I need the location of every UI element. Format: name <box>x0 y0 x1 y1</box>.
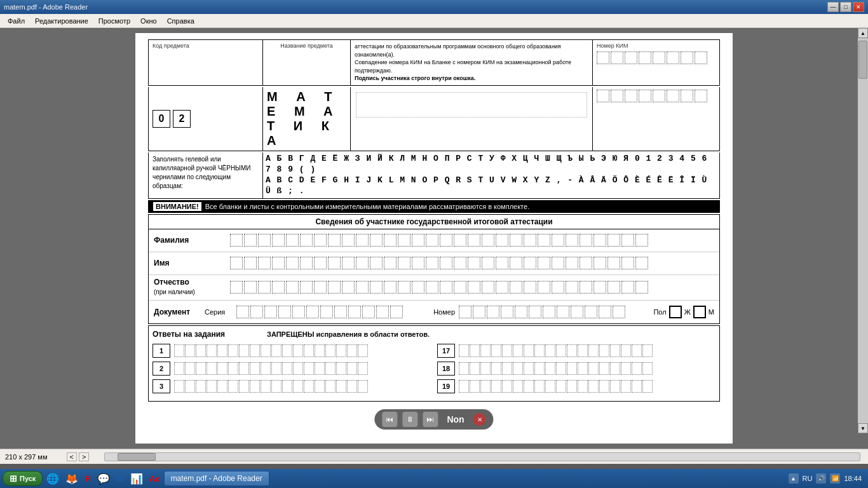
name-cell <box>356 281 369 294</box>
char-row-2: A B C D E F G H I J K L M N O P Q R S T … <box>266 175 717 197</box>
a-cell <box>315 380 325 393</box>
a-cell <box>524 344 534 357</box>
menu-edit[interactable]: Редактирование <box>30 16 93 26</box>
gender-zh-box[interactable] <box>669 306 682 318</box>
kim-cell <box>681 90 693 102</box>
doc-cell <box>236 306 249 318</box>
gender-m-box[interactable] <box>693 306 706 318</box>
taskbar-active-window[interactable]: matem.pdf - Adobe Reader <box>164 471 269 486</box>
name-cell <box>230 257 243 269</box>
doc-cell <box>529 306 541 318</box>
a-cell <box>545 344 555 357</box>
kim-cell <box>611 51 623 64</box>
a-cell <box>567 380 577 393</box>
document-label: Документ <box>154 308 205 316</box>
answer-col-right: 17 18 19 <box>437 344 715 397</box>
name-cell <box>593 234 606 247</box>
answer-item: 17 <box>437 344 715 358</box>
a-cell <box>358 344 368 357</box>
doc-cell <box>348 306 361 318</box>
name-cell <box>468 281 480 294</box>
name-cell <box>300 257 313 269</box>
a-cell <box>217 362 227 375</box>
a-cell <box>196 380 206 393</box>
otchestvo-label: Отчество(при наличии) <box>154 278 230 297</box>
media-next-button[interactable]: ⏭ <box>423 412 438 427</box>
taskbar-icon-browser[interactable]: 🦊 <box>63 471 81 486</box>
scroll-right-button[interactable]: > <box>79 452 89 461</box>
a-cell <box>513 380 523 393</box>
menu-file[interactable]: Файл <box>3 16 30 26</box>
a-cell <box>491 380 501 393</box>
a-cell <box>588 362 599 375</box>
scrollbar[interactable]: ▲ ▼ <box>858 28 868 433</box>
menu-view[interactable]: Просмотр <box>93 16 135 26</box>
answer-rows: 1 2 3 <box>153 344 715 397</box>
scroll-thumb[interactable] <box>858 41 867 79</box>
taskbar-icon-skype[interactable]: 💬 <box>95 471 112 486</box>
name-cell <box>566 281 578 294</box>
system-tray: ▲ RU 🔊 📶 18:44 <box>785 473 865 484</box>
sovpadenie-text: Совпадение номера КИМ на Бланке с номеро… <box>355 58 588 74</box>
name-cell <box>454 281 466 294</box>
taskbar-icon-word[interactable]: W <box>114 471 126 486</box>
scroll-down-button[interactable]: ▼ <box>858 423 868 433</box>
taskbar-icon-app1[interactable]: 📊 <box>128 471 146 486</box>
digit-0: 0 <box>153 110 170 128</box>
media-prev-button[interactable]: ⏮ <box>382 412 397 427</box>
taskbar-icon-yandex[interactable]: Я <box>82 471 93 486</box>
scroll-up-button[interactable]: ▲ <box>858 28 868 38</box>
name-cell <box>398 257 410 269</box>
close-button[interactable]: ✕ <box>853 2 864 12</box>
menu-window[interactable]: Окно <box>135 16 162 26</box>
a-cell <box>610 380 620 393</box>
tray-icon-1[interactable]: ▲ <box>789 473 799 484</box>
a-cell <box>502 362 512 375</box>
a-cell <box>261 344 271 357</box>
a-cell <box>470 362 480 375</box>
taskbar-icon-ie[interactable]: 🌐 <box>44 471 62 486</box>
name-cell <box>510 257 522 269</box>
kim-cell <box>639 51 651 64</box>
warning-bar: ВНИМАНИЕ! Все бланки и листы с контрольн… <box>148 200 720 213</box>
warning-label: ВНИМАНИЕ! <box>153 202 201 211</box>
a-cell <box>315 362 325 375</box>
kim-cell <box>653 51 665 64</box>
tray-icon-3[interactable]: 📶 <box>830 473 840 484</box>
name-cell <box>300 234 313 247</box>
tray-icon-2[interactable]: 🔊 <box>816 473 826 484</box>
answers-warning-bold: ЗАПРЕЩЕНЫ <box>267 330 315 338</box>
h-scrollbar-thumb[interactable] <box>118 453 156 461</box>
otchestvo-row: Отчество(при наличии) <box>149 275 719 301</box>
a-cell <box>207 380 217 393</box>
a-cell <box>228 344 238 357</box>
a-cell <box>502 380 512 393</box>
a-cell <box>459 362 469 375</box>
a-cell <box>610 344 620 357</box>
a-cell <box>239 362 249 375</box>
media-play-button[interactable]: ⏸ <box>402 412 417 427</box>
scroll-left-button[interactable]: < <box>67 452 77 461</box>
name-cell <box>258 257 271 269</box>
a-cell <box>196 344 206 357</box>
familiya-row: Фамилия <box>149 229 719 252</box>
name-cell <box>538 281 550 294</box>
name-cell <box>384 257 397 269</box>
menu-help[interactable]: Справка <box>162 16 200 26</box>
pen-instruction-label: Заполнять гелевой или капилляарной ручко… <box>153 156 251 189</box>
imya-cells <box>230 257 714 269</box>
minimize-button[interactable]: — <box>827 2 839 12</box>
maximize-button[interactable]: □ <box>840 2 851 12</box>
a-cell <box>185 362 195 375</box>
media-close-button[interactable]: ✕ <box>473 413 486 426</box>
name-cell <box>538 257 550 269</box>
taskbar-icon-adobe[interactable]: Ac <box>147 471 163 486</box>
start-button[interactable]: ⊞ Пуск <box>3 471 43 486</box>
a-cell <box>459 380 469 393</box>
window-title: matem.pdf - Adobe Reader <box>4 3 88 11</box>
name-cell <box>440 257 452 269</box>
tray-clock: 18:44 <box>844 475 862 482</box>
a-cell <box>271 344 281 357</box>
podpis-text: Подпись участника строго внутри окошка. <box>355 74 588 83</box>
name-cell <box>552 281 564 294</box>
